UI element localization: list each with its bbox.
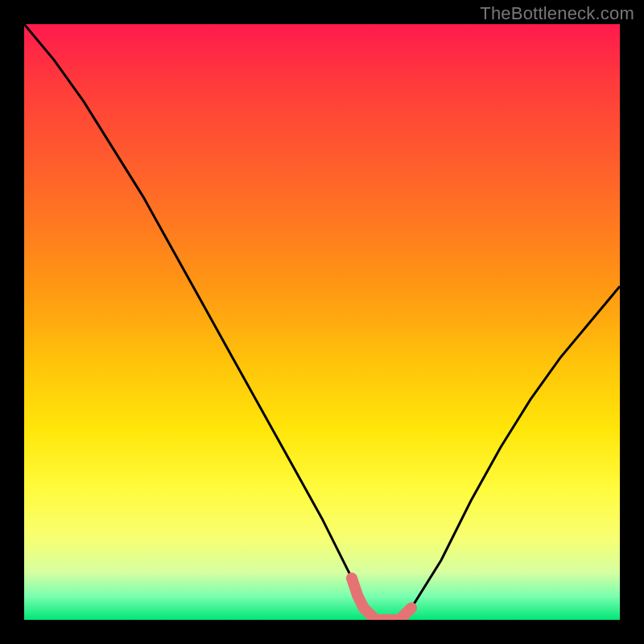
watermark-text: TheBottleneck.com (480, 3, 634, 24)
curve-path (24, 24, 620, 620)
highlight-segment (352, 578, 411, 620)
chart-frame: TheBottleneck.com (0, 0, 644, 644)
bottleneck-curve-svg (24, 24, 620, 620)
plot-area (24, 24, 620, 620)
